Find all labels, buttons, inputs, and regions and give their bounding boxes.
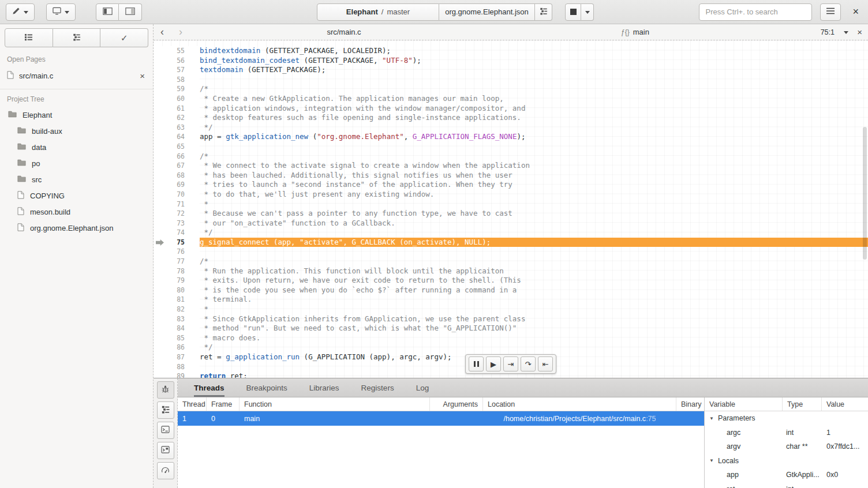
code-line-56[interactable]: 56bind_textdomain_codeset (GETTEXT_PACKA… bbox=[154, 56, 868, 66]
line-number[interactable]: 60 bbox=[154, 94, 200, 104]
line-number[interactable]: 87 bbox=[154, 352, 200, 362]
line-number[interactable]: 57 bbox=[154, 65, 200, 75]
line-number[interactable]: 88 bbox=[154, 362, 200, 372]
code-line-57[interactable]: 57textdomain (GETTEXT_PACKAGE); bbox=[154, 65, 868, 75]
code-line-72[interactable]: 72 * Because we can't pass a pointer to … bbox=[154, 209, 868, 219]
toggle-left-panel-button[interactable] bbox=[96, 3, 119, 21]
expander-icon[interactable]: ▼ bbox=[709, 416, 714, 421]
tab-log[interactable]: Log bbox=[416, 378, 429, 397]
code-line-80[interactable]: 80 * is the code you see when you do `ec… bbox=[154, 286, 868, 295]
open-page-item[interactable]: src/main.c × bbox=[0, 67, 153, 84]
profiler-panel-button[interactable] bbox=[157, 462, 174, 479]
code-line-78[interactable]: 78 * Run the application. This function … bbox=[154, 266, 868, 276]
code-line-69[interactable]: 69 * tries to launch a "second instance"… bbox=[154, 180, 868, 190]
step-over-button[interactable]: ↷ bbox=[521, 356, 536, 371]
code-line-55[interactable]: 55bindtextdomain (GETTEXT_PACKAGE, LOCAL… bbox=[154, 46, 868, 56]
thread-row[interactable]: 10main/home/christian/Projects/Elephant/… bbox=[178, 411, 704, 426]
line-number[interactable]: 82 bbox=[154, 305, 200, 314]
code-line-70[interactable]: 70 * to do that, we'll just present any … bbox=[154, 190, 868, 200]
code-line-60[interactable]: 60 * Create a new GtkApplication. The ap… bbox=[154, 94, 868, 104]
line-number[interactable]: 63 bbox=[154, 123, 200, 133]
project-branch-button[interactable]: Elephant / master bbox=[317, 3, 439, 21]
close-page-icon[interactable]: × bbox=[139, 71, 146, 81]
line-number[interactable]: 72 bbox=[154, 209, 200, 219]
code-line-66[interactable]: 66/* bbox=[154, 152, 868, 162]
code-line-76[interactable]: 76 bbox=[154, 247, 868, 257]
line-number[interactable]: 89 bbox=[154, 371, 200, 378]
editor-close-button[interactable]: × bbox=[857, 24, 862, 40]
code-line-75[interactable]: 75g_signal_connect (app, "activate", G_C… bbox=[154, 238, 868, 247]
column-header-binary[interactable]: Binary bbox=[676, 397, 704, 411]
todo-view-button[interactable]: ✓ bbox=[100, 28, 148, 47]
tree-item-meson.build[interactable]: meson.build bbox=[0, 204, 153, 220]
menu-button[interactable] bbox=[820, 3, 841, 21]
code-line-77[interactable]: 77/* bbox=[154, 257, 868, 266]
column-header-arguments[interactable]: Arguments bbox=[430, 397, 483, 411]
variable-row-argv[interactable]: argvchar **0x7ffdc1... bbox=[705, 440, 868, 454]
line-number[interactable]: 66 bbox=[154, 152, 200, 162]
code-line-67[interactable]: 67 * We connect to the activate signal t… bbox=[154, 161, 868, 171]
line-number[interactable]: 79 bbox=[154, 276, 200, 286]
stop-button[interactable] bbox=[565, 3, 581, 21]
line-number[interactable]: 56 bbox=[154, 56, 200, 66]
line-number[interactable]: 81 bbox=[154, 295, 200, 305]
variable-row-ret[interactable]: retint bbox=[705, 482, 868, 488]
line-number[interactable]: 70 bbox=[154, 190, 200, 200]
source-editor[interactable]: 55bindtextdomain (GETTEXT_PACKAGE, LOCAL… bbox=[154, 40, 868, 378]
toggle-right-panel-button[interactable] bbox=[119, 3, 142, 21]
column-header-value[interactable]: Value bbox=[822, 397, 868, 411]
tree-item-src[interactable]: src bbox=[0, 171, 153, 187]
code-line-73[interactable]: 73 * our "on_activate" function to a GCa… bbox=[154, 219, 868, 228]
cursor-position[interactable]: 75:1 bbox=[821, 24, 835, 40]
column-header-variable[interactable]: Variable bbox=[705, 397, 783, 411]
code-line-74[interactable]: 74 */ bbox=[154, 228, 868, 238]
symbol-menu-button[interactable]: ƒ{} main bbox=[621, 24, 649, 40]
code-line-64[interactable]: 64app = gtk_application_new ("org.gnome.… bbox=[154, 132, 868, 142]
project-tree-view-button[interactable] bbox=[53, 28, 101, 47]
code-line-83[interactable]: 83 * Since GtkApplication inherits from … bbox=[154, 314, 868, 324]
line-number[interactable]: 67 bbox=[154, 161, 200, 171]
column-header-function[interactable]: Function bbox=[240, 397, 430, 411]
line-number[interactable]: 77 bbox=[154, 257, 200, 266]
line-number[interactable]: 83 bbox=[154, 314, 200, 324]
line-number[interactable]: 76 bbox=[154, 247, 200, 257]
tree-item-po[interactable]: po bbox=[0, 155, 153, 171]
line-number[interactable]: 74 bbox=[154, 228, 200, 238]
tab-libraries[interactable]: Libraries bbox=[309, 378, 339, 397]
editor-mode-button[interactable] bbox=[6, 3, 35, 21]
variable-group-locals[interactable]: ▼Locals bbox=[705, 454, 868, 468]
line-number[interactable]: 71 bbox=[154, 200, 200, 209]
code-line-84[interactable]: 84 * method "run". But we need to cast, … bbox=[154, 324, 868, 333]
tree-item-data[interactable]: data bbox=[0, 139, 153, 155]
line-number[interactable]: 85 bbox=[154, 333, 200, 343]
code-line-82[interactable]: 82 * bbox=[154, 305, 868, 314]
expander-icon[interactable]: ▼ bbox=[709, 458, 714, 463]
line-number[interactable]: 61 bbox=[154, 104, 200, 114]
continue-button[interactable]: ▶ bbox=[486, 356, 501, 371]
tree-item-COPYING[interactable]: COPYING bbox=[0, 187, 153, 204]
code-line-85[interactable]: 85 * macro does. bbox=[154, 333, 868, 343]
editor-scrollbar[interactable] bbox=[863, 127, 867, 260]
debugger-panel-button[interactable] bbox=[157, 381, 174, 399]
column-header-thread[interactable]: Thread bbox=[178, 397, 207, 411]
code-line-63[interactable]: 63 */ bbox=[154, 123, 868, 133]
code-line-86[interactable]: 86 */ bbox=[154, 343, 868, 352]
line-number[interactable]: 68 bbox=[154, 171, 200, 181]
column-header-frame[interactable]: Frame bbox=[207, 397, 240, 411]
code-line-62[interactable]: 62 * desktop features such as file openi… bbox=[154, 113, 868, 123]
line-number[interactable]: 80 bbox=[154, 286, 200, 295]
tree-item-org.gnome.Elephant.json[interactable]: org.gnome.Elephant.json bbox=[0, 220, 153, 236]
editor-options-button[interactable] bbox=[844, 24, 848, 40]
open-pages-view-button[interactable] bbox=[5, 28, 53, 47]
tree-item-build-aux[interactable]: build-aux bbox=[0, 123, 153, 139]
line-number[interactable]: 73 bbox=[154, 219, 200, 228]
run-options-button[interactable] bbox=[581, 3, 594, 21]
tab-threads[interactable]: Threads bbox=[194, 378, 225, 397]
tab-breakpoints[interactable]: Breakpoints bbox=[246, 378, 287, 397]
line-number[interactable]: 78 bbox=[154, 266, 200, 276]
line-number[interactable]: 58 bbox=[154, 75, 200, 85]
line-number[interactable]: 69 bbox=[154, 180, 200, 190]
line-number[interactable]: 65 bbox=[154, 142, 200, 152]
code-line-59[interactable]: 59/* bbox=[154, 84, 868, 94]
line-number[interactable]: 86 bbox=[154, 343, 200, 352]
